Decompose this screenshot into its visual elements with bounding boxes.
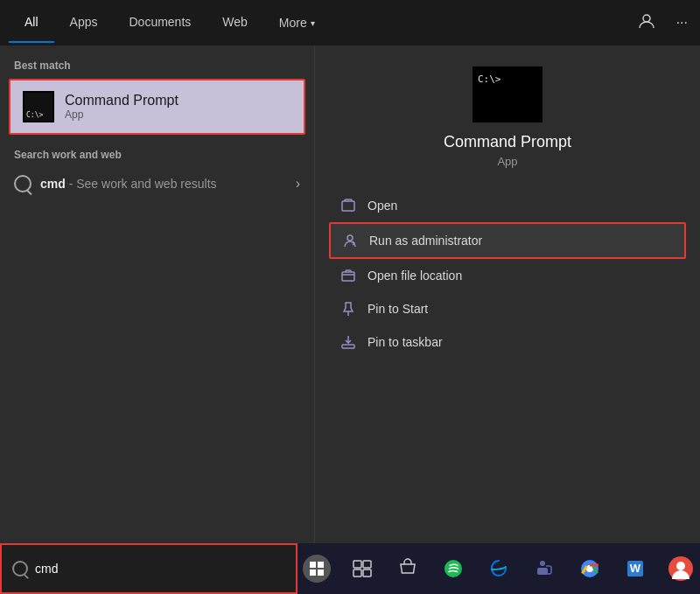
action-open-file-location[interactable]: Open file location: [329, 259, 686, 292]
app-preview-icon: [472, 66, 542, 122]
app-title: Command Prompt: [444, 133, 571, 151]
user-avatar-button[interactable]: [662, 549, 700, 588]
action-open-label: Open: [368, 199, 397, 213]
svg-rect-16: [537, 568, 548, 575]
more-options-icon-button[interactable]: ···: [673, 11, 691, 34]
svg-rect-12: [354, 570, 361, 577]
cmd-arrow-icon: ›: [296, 176, 300, 192]
pin-to-start-icon: [340, 300, 357, 318]
action-run-as-admin[interactable]: Run as administrator: [329, 222, 686, 259]
taskbar-search: [0, 543, 298, 594]
svg-rect-11: [363, 561, 371, 568]
store-button[interactable]: [388, 549, 427, 588]
spotify-button[interactable]: [434, 549, 472, 588]
svg-point-15: [540, 561, 545, 566]
task-view-button[interactable]: [343, 549, 382, 588]
start-menu: All Apps Documents Web More ▾ ··· Best m…: [0, 0, 700, 543]
action-pin-to-taskbar-label: Pin to taskbar: [368, 335, 443, 349]
svg-rect-3: [342, 272, 354, 281]
action-pin-to-taskbar[interactable]: Pin to taskbar: [329, 325, 686, 359]
cmd-search-row[interactable]: cmd - See work and web results ›: [0, 168, 314, 199]
svg-rect-13: [363, 570, 371, 577]
tab-apps[interactable]: Apps: [54, 3, 114, 43]
svg-rect-10: [354, 561, 361, 568]
action-list: Open Run as administrator: [315, 189, 700, 359]
app-subtitle: App: [497, 155, 517, 168]
chevron-down-icon: ▾: [311, 18, 315, 28]
open-icon: [340, 197, 357, 214]
nav-tabs-right: ···: [634, 9, 691, 37]
pin-to-taskbar-icon: [340, 333, 357, 351]
user-icon-button[interactable]: [634, 9, 659, 37]
start-button[interactable]: [298, 549, 336, 588]
best-match-subtitle: App: [65, 108, 178, 121]
svg-rect-5: [342, 345, 354, 348]
svg-rect-9: [318, 570, 324, 576]
taskbar-search-input[interactable]: [35, 562, 285, 576]
edge-button[interactable]: [480, 549, 518, 588]
action-open[interactable]: Open: [329, 189, 686, 222]
action-pin-to-start-label: Pin to Start: [368, 302, 428, 316]
best-match-title: Command Prompt: [65, 93, 178, 108]
svg-point-0: [643, 15, 650, 22]
taskbar: W: [0, 543, 700, 594]
svg-rect-7: [318, 562, 324, 568]
svg-point-2: [347, 235, 353, 241]
svg-rect-1: [342, 201, 354, 211]
teams-button[interactable]: [525, 549, 564, 588]
open-file-location-icon: [340, 267, 357, 284]
action-open-file-location-label: Open file location: [368, 269, 462, 283]
start-circle: [303, 555, 331, 583]
run-as-admin-icon: [341, 232, 359, 249]
svg-point-22: [676, 562, 685, 570]
best-match-label: Best match: [0, 59, 314, 79]
svg-point-14: [444, 560, 462, 577]
action-run-as-admin-label: Run as administrator: [369, 234, 482, 248]
taskbar-icons: W: [298, 549, 700, 588]
chrome-button[interactable]: [570, 549, 609, 588]
cmd-app-icon: [23, 91, 54, 122]
main-content: Best match Command Prompt App Search wor…: [0, 45, 700, 543]
left-panel: Best match Command Prompt App Search wor…: [0, 45, 315, 543]
cmd-icon-inner: [24, 93, 52, 121]
cmd-bold: cmd: [40, 177, 66, 191]
search-web-label: Search work and web: [0, 135, 314, 168]
cmd-search-text: cmd - See work and web results: [40, 177, 217, 191]
word-button[interactable]: W: [616, 549, 654, 588]
taskbar-search-icon: [12, 561, 28, 577]
svg-rect-8: [310, 570, 316, 576]
tab-web[interactable]: Web: [206, 3, 263, 43]
nav-tabs-left: All Apps Documents Web More ▾: [9, 3, 331, 43]
action-pin-to-start[interactable]: Pin to Start: [329, 292, 686, 325]
nav-tabs: All Apps Documents Web More ▾ ···: [0, 0, 700, 45]
svg-text:W: W: [630, 562, 641, 575]
search-icon: [14, 175, 32, 192]
best-match-item[interactable]: Command Prompt App: [9, 79, 305, 135]
cmd-light: - See work and web results: [69, 177, 217, 191]
tab-more[interactable]: More ▾: [263, 3, 331, 42]
tab-documents[interactable]: Documents: [113, 3, 206, 43]
svg-rect-6: [310, 562, 316, 568]
right-panel: Command Prompt App Open: [315, 45, 700, 543]
best-match-text: Command Prompt App: [65, 93, 178, 121]
tab-all[interactable]: All: [9, 3, 54, 43]
